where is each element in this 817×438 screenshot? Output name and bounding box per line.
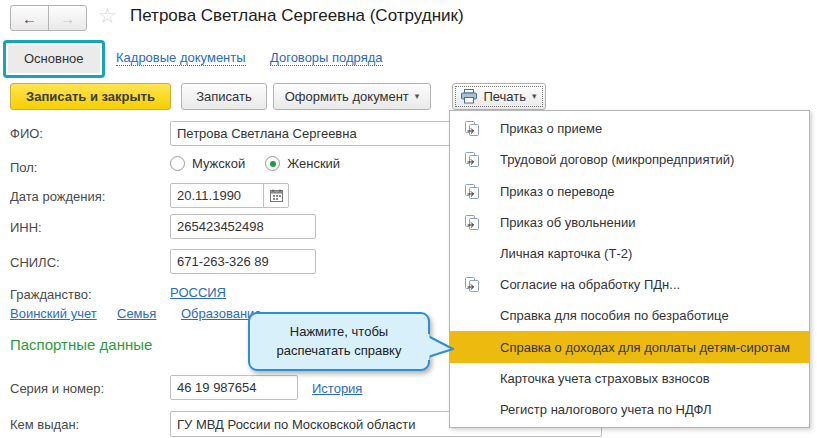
radio-male-circle-icon — [170, 156, 185, 171]
menu-item-trudovoy-dogovor[interactable]: Трудовой договор (микропредприятий) — [450, 144, 809, 175]
menu-item-registr-ndfl[interactable]: Регистр налогового учета по НДФЛ — [450, 394, 809, 425]
nav-history-group: ← → — [10, 5, 87, 31]
print-dropdown-menu: Приказ о приеме Трудовой договор (микроп… — [449, 110, 810, 428]
create-document-label: Оформить документ — [285, 89, 409, 104]
menu-item-lichnaya-kartochka[interactable]: Личная карточка (Т-2) — [450, 238, 809, 269]
menu-item-label: Справка о доходах для доплаты детям-сиро… — [500, 340, 790, 355]
create-document-button[interactable]: Оформить документ ▾ — [273, 83, 431, 110]
menu-item-prikaz-ob-uvolnenii[interactable]: Приказ об увольнении — [450, 207, 809, 238]
menu-item-label: Согласие на обработку ПДн... — [500, 277, 680, 292]
menu-item-kartochka-vznosov[interactable]: Карточка учета страховых взносов — [450, 363, 809, 394]
menu-item-prikaz-o-perevode[interactable]: Приказ о переводе — [450, 175, 809, 206]
menu-item-soglasie-pdn[interactable]: Согласие на обработку ПДн... — [450, 269, 809, 300]
military-record-link[interactable]: Воинский учет — [10, 306, 97, 321]
tab-kadrovye-dokumenty[interactable]: Кадровые документы — [116, 50, 246, 66]
forward-arrow-icon: → — [60, 10, 75, 27]
menu-item-label: Трудовой договор (микропредприятий) — [500, 152, 734, 167]
print-form-icon — [462, 213, 482, 231]
print-form-icon — [462, 151, 482, 169]
menu-item-spravka-dokhody-siroty[interactable]: Справка о доходах для доплаты детям-сиро… — [450, 331, 809, 362]
inn-input[interactable] — [170, 214, 316, 239]
callout-text-line2: распечатать справку — [277, 342, 402, 361]
menu-item-label: Регистр налогового учета по НДФЛ — [500, 402, 711, 417]
menu-item-label: Приказ об увольнении — [500, 215, 635, 230]
icon-placeholder — [462, 244, 482, 262]
tab-osnovnoe-highlight: Основное — [3, 40, 105, 78]
tab-osnovnoe[interactable]: Основное — [8, 45, 100, 73]
gender-label: Пол: — [10, 160, 38, 175]
radio-male-label: Мужской — [192, 156, 245, 171]
favorite-star-icon[interactable]: ☆ — [98, 4, 117, 28]
issued-by-label: Кем выдан: — [10, 417, 79, 432]
forward-button[interactable]: → — [48, 5, 87, 31]
menu-item-label: Справка для пособия по безработице — [500, 308, 729, 323]
icon-placeholder — [462, 307, 482, 325]
tab-dogovory-podryada[interactable]: Договоры подряда — [270, 50, 383, 66]
radio-female-circle-icon — [265, 156, 280, 171]
birth-date-input[interactable] — [170, 183, 264, 208]
menu-item-spravka-bezrabotitsa[interactable]: Справка для пособия по безработице — [450, 300, 809, 331]
series-number-input[interactable] — [170, 375, 298, 400]
snils-input[interactable] — [170, 249, 316, 274]
print-form-icon — [462, 276, 482, 294]
snils-label: СНИЛС: — [10, 255, 60, 270]
print-form-icon — [462, 182, 482, 200]
print-label: Печать — [483, 89, 526, 104]
radio-female-label: Женский — [287, 156, 340, 171]
radio-male[interactable]: Мужской — [170, 156, 245, 171]
employee-card-window: ← → ☆ Петрова Светлана Сергеевна (Сотруд… — [0, 0, 817, 438]
annotation-callout: Нажмите, чтобы распечатать справку — [248, 312, 430, 371]
citizenship-label: Гражданство: — [10, 287, 92, 302]
family-link[interactable]: Семья — [117, 306, 156, 321]
menu-item-label: Приказ о приеме — [500, 121, 602, 136]
menu-item-prikaz-o-prieme[interactable]: Приказ о приеме — [450, 113, 809, 144]
calendar-picker-button[interactable] — [263, 183, 289, 208]
printer-icon — [461, 89, 477, 104]
chevron-down-icon: ▾ — [415, 92, 420, 101]
citizenship-link[interactable]: РОССИЯ — [170, 285, 226, 300]
page-title: Петрова Светлана Сергеевна (Сотрудник) — [130, 6, 464, 26]
back-arrow-icon: ← — [22, 10, 37, 27]
back-button[interactable]: ← — [10, 5, 49, 31]
calendar-icon — [270, 189, 283, 202]
birth-date-label: Дата рождения: — [10, 189, 105, 204]
inn-label: ИНН: — [10, 220, 42, 235]
icon-placeholder — [462, 369, 482, 387]
callout-arrow-icon — [427, 334, 455, 360]
save-and-close-button[interactable]: Записать и закрыть — [10, 83, 171, 110]
chevron-down-icon: ▾ — [532, 92, 537, 101]
menu-item-label: Личная карточка (Т-2) — [500, 246, 632, 261]
radio-female[interactable]: Женский — [265, 156, 340, 171]
fio-label: ФИО: — [10, 126, 43, 141]
history-link[interactable]: История — [312, 381, 362, 396]
series-number-label: Серия и номер: — [10, 381, 104, 396]
menu-item-label: Карточка учета страховых взносов — [500, 371, 710, 386]
icon-placeholder — [462, 400, 482, 418]
print-form-icon — [462, 120, 482, 138]
gender-radio-group: Мужской Женский — [170, 156, 340, 171]
menu-item-label: Приказ о переводе — [500, 184, 615, 199]
icon-placeholder — [462, 338, 482, 356]
save-button[interactable]: Записать — [181, 83, 267, 110]
callout-text-line1: Нажмите, чтобы — [290, 323, 388, 342]
passport-section-header: Паспортные данные — [10, 336, 152, 353]
print-button[interactable]: Печать ▾ — [452, 83, 546, 110]
fio-input[interactable] — [170, 121, 455, 146]
